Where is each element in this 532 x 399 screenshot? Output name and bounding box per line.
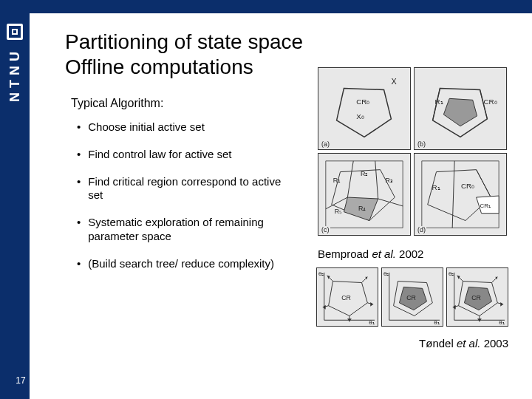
region-label: CR <box>471 294 481 301</box>
region-label: R₃ <box>386 177 393 185</box>
citation-2: Tøndel et al. 2003 <box>419 337 508 349</box>
region-label: R₁ <box>333 177 341 185</box>
bullet-item: (Build search tree/ reduce complexity) <box>77 257 294 271</box>
region-label: CR₀ <box>483 98 497 106</box>
svg-text:θ₁: θ₁ <box>499 319 504 326</box>
figure2-panel: CR θ₁ θ₂ <box>446 267 508 327</box>
svg-text:θ₁: θ₁ <box>369 319 374 326</box>
title-line-1: Partitioning of state space <box>65 30 303 53</box>
svg-line-8 <box>375 161 378 199</box>
region-label: X₀ <box>356 112 364 120</box>
svg-text:θ₂: θ₂ <box>383 270 389 277</box>
bullet-list: Choose initial active set Find control l… <box>77 120 294 270</box>
subheading: Typical Algorithm: <box>71 97 294 110</box>
bullet-item: Find critical region correspond to activ… <box>77 175 294 203</box>
svg-text:θ₁: θ₁ <box>434 319 439 326</box>
page-number: 17 <box>12 375 30 386</box>
region-label: CR₁ <box>480 202 491 209</box>
figure2-panel: CR θ₁ θ₂ <box>381 267 443 327</box>
region-label: R₁ <box>435 98 443 106</box>
figure-panel-d: R₁ CR₀ CR₁ (d) <box>414 153 507 236</box>
svg-marker-25 <box>370 302 373 307</box>
region-label: CR₀ <box>356 98 369 106</box>
svg-line-7 <box>347 161 353 197</box>
figure-panel-c: R₁ R₂ R₃ R₄ R₅ (c) <box>318 153 411 236</box>
region-label: R₅ <box>335 208 342 215</box>
sidebar: NTNU <box>0 0 30 399</box>
svg-marker-12 <box>422 161 499 228</box>
region-label: R₄ <box>358 205 366 212</box>
title-line-2: Offline computations <box>65 55 253 78</box>
brand-text: NTNU <box>7 47 23 102</box>
region-label: R₁ <box>432 183 440 191</box>
region-label: CR₀ <box>461 182 474 190</box>
bullet-item: Find control law for active set <box>77 148 294 162</box>
svg-text:θ₂: θ₂ <box>449 270 454 277</box>
svg-marker-21 <box>327 276 330 279</box>
bullet-item: Choose initial active set <box>77 120 294 134</box>
figure2-panel: CR θ₁ θ₂ <box>316 267 378 327</box>
region-label: CR <box>406 294 416 301</box>
panel-label: (d) <box>417 226 426 233</box>
region-label: CR <box>341 294 351 301</box>
svg-marker-47 <box>500 302 503 307</box>
figure-1-grid: X CR₀ X₀ (a) R₁ CR₀ (b) <box>318 67 507 236</box>
panel-label: (c) <box>321 226 330 233</box>
figure-panel-a: X CR₀ X₀ (a) <box>318 67 411 150</box>
svg-marker-43 <box>457 276 460 279</box>
slide-content: Partitioning of state space Offline comp… <box>30 13 532 399</box>
svg-marker-4 <box>443 99 477 126</box>
region-label: X <box>391 77 396 86</box>
figure-2-row: CR θ₁ θ₂ CR θ₁ θ₂ <box>316 267 508 327</box>
svg-line-15 <box>477 170 491 197</box>
ntnu-logo-icon <box>7 24 23 40</box>
left-column: Typical Algorithm: Choose initial active… <box>65 97 294 357</box>
figure-panel-b: R₁ CR₀ (b) <box>414 67 507 150</box>
svg-text:θ₂: θ₂ <box>318 270 324 277</box>
top-bar <box>0 0 532 13</box>
region-label: R₂ <box>361 170 368 177</box>
citation-1: Bemproad et al. 2002 <box>318 248 423 260</box>
svg-line-10 <box>378 199 403 206</box>
right-column: X CR₀ X₀ (a) R₁ CR₀ (b) <box>307 97 517 357</box>
panel-label: (b) <box>417 140 426 148</box>
panel-label: (a) <box>321 140 330 148</box>
bullet-item: Systematic exploration of remaining para… <box>77 216 294 244</box>
